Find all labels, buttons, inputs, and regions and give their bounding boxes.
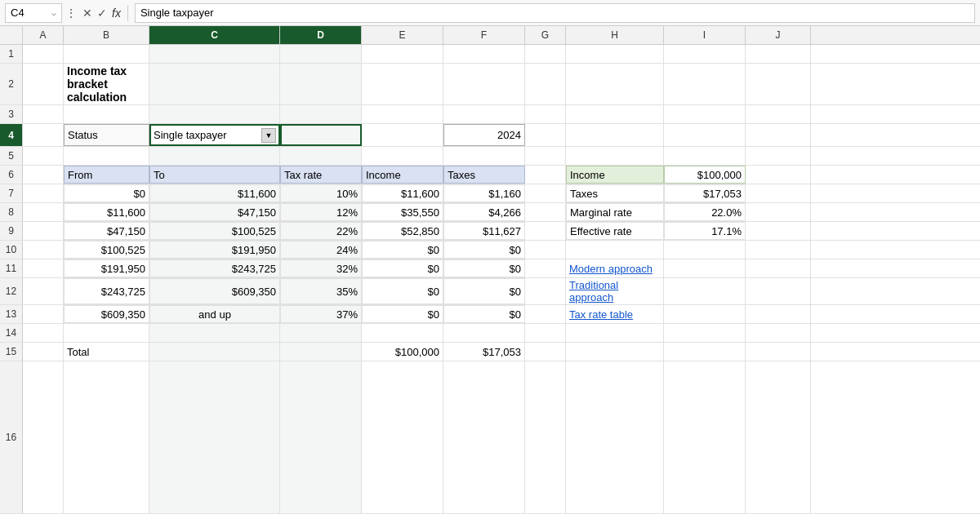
cell-j14[interactable] xyxy=(746,324,811,342)
cell-j13[interactable] xyxy=(746,305,811,323)
cell-j5[interactable] xyxy=(746,147,811,165)
cell-e3[interactable] xyxy=(362,105,443,123)
cell-e12[interactable]: $0 xyxy=(362,278,443,304)
cell-a3[interactable] xyxy=(23,105,64,123)
cell-j10[interactable] xyxy=(746,241,811,259)
cell-c15[interactable] xyxy=(149,343,280,361)
cell-f1[interactable] xyxy=(443,45,525,63)
confirm-icon[interactable]: ✓ xyxy=(97,7,107,20)
cell-e9[interactable]: $52,850 xyxy=(362,222,443,240)
cell-e10[interactable]: $0 xyxy=(362,241,443,259)
cell-b3[interactable] xyxy=(64,105,149,123)
cell-g16[interactable] xyxy=(525,361,566,513)
cell-g2[interactable] xyxy=(525,64,566,104)
cell-e8[interactable]: $35,550 xyxy=(362,203,443,221)
status-dropdown[interactable]: Single taxpayer ▼ xyxy=(154,128,276,143)
col-header-a[interactable]: A xyxy=(23,26,64,44)
cell-h12[interactable]: Traditional approach xyxy=(566,278,664,304)
cell-h3[interactable] xyxy=(566,105,664,123)
cell-d13[interactable]: 37% xyxy=(280,305,362,323)
cell-h8[interactable]: Marginal rate xyxy=(566,203,664,221)
cell-g6[interactable] xyxy=(525,166,566,184)
cell-h11[interactable]: Modern approach xyxy=(566,259,664,277)
cell-b11[interactable]: $191,950 xyxy=(64,259,149,277)
cell-g8[interactable] xyxy=(525,203,566,221)
col-header-i[interactable]: I xyxy=(664,26,746,44)
cell-a11[interactable] xyxy=(23,259,64,277)
cell-c1[interactable] xyxy=(149,45,280,63)
cell-c10[interactable]: $191,950 xyxy=(149,241,280,259)
cell-e15[interactable]: $100,000 xyxy=(362,343,443,361)
cell-c3[interactable] xyxy=(149,105,280,123)
cell-h6[interactable]: Income xyxy=(566,166,664,184)
cell-h4[interactable] xyxy=(566,124,664,146)
cell-j11[interactable] xyxy=(746,259,811,277)
more-options-icon[interactable]: ⋮ xyxy=(65,7,78,20)
cell-c2[interactable] xyxy=(149,64,280,104)
cell-c8[interactable]: $47,150 xyxy=(149,203,280,221)
dropdown-arrow-icon[interactable]: ▼ xyxy=(261,128,276,143)
cell-i5[interactable] xyxy=(664,147,746,165)
cell-c7[interactable]: $11,600 xyxy=(149,184,280,202)
cell-ref-chevron-icon[interactable]: ⌵ xyxy=(51,8,56,17)
cell-b5[interactable] xyxy=(64,147,149,165)
cell-i10[interactable] xyxy=(664,241,746,259)
cell-i6[interactable]: $100,000 xyxy=(664,166,746,184)
cell-f12[interactable]: $0 xyxy=(443,278,525,304)
cell-g9[interactable] xyxy=(525,222,566,240)
cell-g5[interactable] xyxy=(525,147,566,165)
cell-g10[interactable] xyxy=(525,241,566,259)
cell-j3[interactable] xyxy=(746,105,811,123)
cell-f11[interactable]: $0 xyxy=(443,259,525,277)
cell-d16[interactable] xyxy=(280,361,362,513)
cell-h2[interactable] xyxy=(566,64,664,104)
cell-f5[interactable] xyxy=(443,147,525,165)
cell-b15[interactable]: Total xyxy=(64,343,149,361)
cell-b6[interactable]: From xyxy=(64,166,149,184)
cell-i13[interactable] xyxy=(664,305,746,323)
cell-a6[interactable] xyxy=(23,166,64,184)
cell-b8[interactable]: $11,600 xyxy=(64,203,149,221)
cell-i9[interactable]: 17.1% xyxy=(664,222,746,240)
cell-i11[interactable] xyxy=(664,259,746,277)
cell-f3[interactable] xyxy=(443,105,525,123)
cell-c14[interactable] xyxy=(149,324,280,342)
cell-j1[interactable] xyxy=(746,45,811,63)
cell-b1[interactable] xyxy=(64,45,149,63)
col-header-f[interactable]: F xyxy=(443,26,525,44)
cell-g12[interactable] xyxy=(525,278,566,304)
cell-f7[interactable]: $1,160 xyxy=(443,184,525,202)
cell-g1[interactable] xyxy=(525,45,566,63)
cell-j4[interactable] xyxy=(746,124,811,146)
cell-b10[interactable]: $100,525 xyxy=(64,241,149,259)
cell-j7[interactable] xyxy=(746,184,811,202)
cell-a14[interactable] xyxy=(23,324,64,342)
cell-j15[interactable] xyxy=(746,343,811,361)
cell-a15[interactable] xyxy=(23,343,64,361)
cell-j6[interactable] xyxy=(746,166,811,184)
cell-a2[interactable] xyxy=(23,64,64,104)
cell-d3[interactable] xyxy=(280,105,362,123)
cell-a9[interactable] xyxy=(23,222,64,240)
cell-i8[interactable]: 22.0% xyxy=(664,203,746,221)
cell-h10[interactable] xyxy=(566,241,664,259)
cell-i1[interactable] xyxy=(664,45,746,63)
modern-approach-link[interactable]: Modern approach xyxy=(569,263,653,275)
cell-c4[interactable]: Single taxpayer ▼ xyxy=(149,124,280,146)
cell-a13[interactable] xyxy=(23,305,64,323)
cell-d6[interactable]: Tax rate xyxy=(280,166,362,184)
cell-e5[interactable] xyxy=(362,147,443,165)
cell-b12[interactable]: $243,725 xyxy=(64,278,149,304)
cell-b9[interactable]: $47,150 xyxy=(64,222,149,240)
cell-d11[interactable]: 32% xyxy=(280,259,362,277)
cell-h7[interactable]: Taxes xyxy=(566,184,664,202)
cell-c5[interactable] xyxy=(149,147,280,165)
cell-f10[interactable]: $0 xyxy=(443,241,525,259)
cell-d7[interactable]: 10% xyxy=(280,184,362,202)
cell-f2[interactable] xyxy=(443,64,525,104)
cell-i14[interactable] xyxy=(664,324,746,342)
cell-f15[interactable]: $17,053 xyxy=(443,343,525,361)
cell-f14[interactable] xyxy=(443,324,525,342)
cell-c11[interactable]: $243,725 xyxy=(149,259,280,277)
cell-f8[interactable]: $4,266 xyxy=(443,203,525,221)
